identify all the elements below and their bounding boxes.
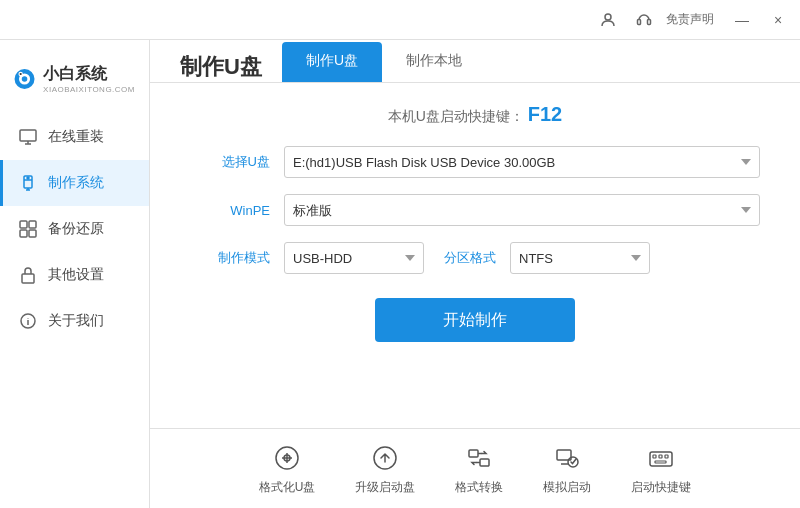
make-mode-dropdown[interactable]: USB-HDD (284, 242, 424, 274)
partition-format-label: 分区格式 (444, 249, 496, 267)
upload-icon (369, 442, 401, 474)
logo-name: 小白系统 (43, 64, 135, 85)
shortcut-hint-text: 本机U盘启动快捷键： (388, 108, 524, 124)
sidebar-item-online-reinstall[interactable]: 在线重装 (0, 114, 149, 160)
tab-make-udisk[interactable]: 制作U盘 (282, 42, 382, 82)
partition-format-dropdown[interactable]: NTFS (510, 242, 650, 274)
freeclaim-label[interactable]: 免责声明 (666, 11, 714, 28)
toolbar-label-format-udisk: 格式化U盘 (259, 479, 316, 496)
svg-point-7 (20, 73, 22, 75)
logo-icon (14, 60, 35, 98)
user-icon[interactable] (594, 6, 622, 34)
sidebar-label-backup-restore: 备份还原 (48, 220, 104, 238)
minimize-button[interactable]: — (728, 6, 756, 34)
svg-rect-15 (22, 274, 34, 283)
svg-rect-8 (20, 130, 36, 141)
svg-rect-12 (29, 221, 36, 228)
toolbar-label-format-convert: 格式转换 (455, 479, 503, 496)
info-icon (18, 311, 38, 331)
tab-make-local[interactable]: 制作本地 (382, 42, 486, 82)
winpe-dropdown[interactable]: 标准版 (284, 194, 760, 226)
svg-rect-25 (653, 455, 656, 458)
close-button[interactable]: × (764, 6, 792, 34)
make-mode-label: 制作模式 (190, 249, 270, 267)
form-row-winpe: WinPE 标准版 (190, 194, 760, 226)
toolbar-label-boot-shortcut: 启动快捷键 (631, 479, 691, 496)
logo-text: 小白系统 XIAOBAIXITONG.COM (43, 64, 135, 94)
svg-rect-24 (650, 452, 672, 466)
shortcut-key: F12 (528, 103, 562, 125)
form-row-udisk: 选择U盘 E:(hd1)USB Flash Disk USB Device 30… (190, 146, 760, 178)
simulate-icon (551, 442, 583, 474)
bottom-toolbar: 格式化U盘 升级启动盘 (150, 428, 800, 508)
sidebar-label-other-settings: 其他设置 (48, 266, 104, 284)
monitor-icon (18, 127, 38, 147)
svg-point-5 (22, 76, 28, 82)
keyboard-icon (645, 442, 677, 474)
form-row-mode: 制作模式 USB-HDD 分区格式 NTFS (190, 242, 760, 274)
svg-rect-11 (20, 221, 27, 228)
select-udisk-label: 选择U盘 (190, 153, 270, 171)
toolbar-item-format-convert[interactable]: 格式转换 (455, 442, 503, 496)
page-header: 制作U盘 制作U盘 制作本地 (150, 40, 800, 83)
logo-sub: XIAOBAIXITONG.COM (43, 85, 135, 94)
svg-rect-20 (469, 450, 478, 457)
toolbar-item-upgrade-boot[interactable]: 升级启动盘 (355, 442, 415, 496)
sidebar-item-about-us[interactable]: 关于我们 (0, 298, 149, 344)
tabs: 制作U盘 制作本地 (282, 42, 486, 82)
svg-rect-13 (20, 230, 27, 237)
lock-icon (18, 265, 38, 285)
svg-rect-1 (638, 19, 641, 24)
winpe-label: WinPE (190, 203, 270, 218)
svg-point-0 (605, 14, 611, 20)
main-content: 制作U盘 制作U盘 制作本地 本机U盘启动快捷键： F12 选择U盘 (150, 40, 800, 508)
start-button[interactable]: 开始制作 (375, 298, 575, 342)
toolbar-item-format-udisk[interactable]: 格式化U盘 (259, 442, 316, 496)
svg-rect-2 (648, 19, 651, 24)
svg-rect-28 (655, 461, 666, 463)
title-bar-icons: 免责声明 — × (594, 6, 792, 34)
page-title: 制作U盘 (180, 40, 282, 82)
sidebar-item-make-system[interactable]: 制作系统 (0, 160, 149, 206)
toolbar-item-simulate-boot[interactable]: 模拟启动 (543, 442, 591, 496)
sidebar-item-other-settings[interactable]: 其他设置 (0, 252, 149, 298)
svg-rect-21 (480, 459, 489, 466)
sidebar-label-about-us: 关于我们 (48, 312, 104, 330)
sidebar-item-backup-restore[interactable]: 备份还原 (0, 206, 149, 252)
toolbar-label-simulate-boot: 模拟启动 (543, 479, 591, 496)
svg-rect-27 (665, 455, 668, 458)
svg-point-10 (27, 177, 29, 179)
select-udisk-dropdown[interactable]: E:(hd1)USB Flash Disk USB Device 30.00GB (284, 146, 760, 178)
sidebar: 小白系统 XIAOBAIXITONG.COM 在线重装 (0, 40, 150, 508)
grid-icon (18, 219, 38, 239)
app-container: 小白系统 XIAOBAIXITONG.COM 在线重装 (0, 40, 800, 508)
usb-icon (18, 173, 38, 193)
shortcut-hint: 本机U盘启动快捷键： F12 (190, 103, 760, 126)
toolbar-item-boot-shortcut[interactable]: 启动快捷键 (631, 442, 691, 496)
sidebar-label-make-system: 制作系统 (48, 174, 104, 192)
format-udisk-icon (271, 442, 303, 474)
toolbar-label-upgrade-boot: 升级启动盘 (355, 479, 415, 496)
convert-icon (463, 442, 495, 474)
headset-icon[interactable] (630, 6, 658, 34)
form-area: 本机U盘启动快捷键： F12 选择U盘 E:(hd1)USB Flash Dis… (150, 83, 800, 428)
logo-area: 小白系统 XIAOBAIXITONG.COM (0, 50, 149, 114)
svg-rect-26 (659, 455, 662, 458)
svg-rect-14 (29, 230, 36, 237)
title-bar: 免责声明 — × (0, 0, 800, 40)
sidebar-label-online-reinstall: 在线重装 (48, 128, 104, 146)
